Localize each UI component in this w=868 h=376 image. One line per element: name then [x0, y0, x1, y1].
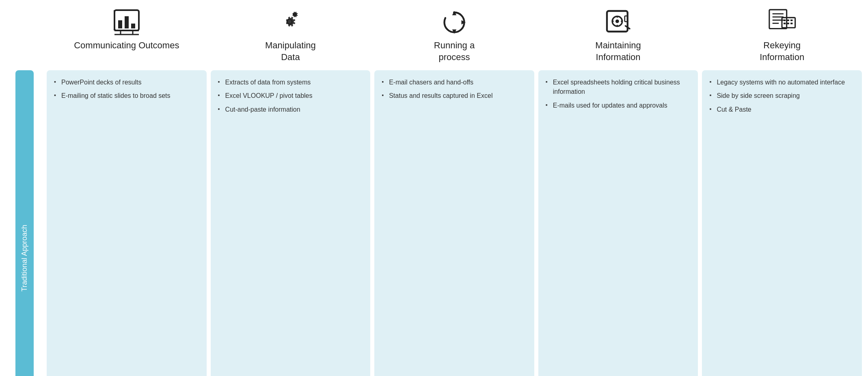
traditional-maintaining: Excel spreadsheets holding critical busi…: [538, 70, 698, 376]
list-item: E-mail chasers and hand-offs: [382, 78, 527, 87]
svg-rect-32: [790, 19, 792, 21]
list-item: Status and results captured in Excel: [382, 91, 527, 100]
traditional-maintaining-list: Excel spreadsheets holding critical busi…: [546, 78, 691, 110]
svg-rect-30: [784, 19, 786, 21]
header-col-manipulating: ManipulatingData: [209, 4, 373, 67]
header-title-rekeying: RekeyingInformation: [760, 40, 804, 63]
svg-point-11: [444, 13, 464, 32]
main-container: Communicating Outcomes Manip: [4, 4, 864, 376]
svg-rect-34: [787, 23, 789, 24]
keyboard-icon: [768, 8, 796, 37]
svg-rect-35: [790, 23, 792, 24]
list-item: Extracts of data from systems: [218, 78, 363, 87]
list-item: E-mailing of static slides to broad sets: [54, 91, 199, 100]
header-title-communicating: Communicating Outcomes: [74, 40, 179, 52]
traditional-rekeying-list: Legacy systems with no automated interfa…: [709, 78, 855, 114]
list-item: Excel spreadsheets holding critical busi…: [546, 78, 691, 96]
list-item: Cut-and-paste information: [218, 105, 363, 114]
list-item: Side by side screen scraping: [709, 91, 855, 100]
list-item: Cut & Paste: [709, 105, 855, 114]
header-col-running: Running aprocess: [372, 4, 536, 67]
traditional-manipulating: Extracts of data from systems Excel VLOO…: [211, 70, 371, 376]
svg-point-17: [615, 19, 619, 23]
svg-rect-31: [787, 19, 789, 21]
traditional-manipulating-list: Extracts of data from systems Excel VLOO…: [218, 78, 363, 114]
chart-icon: [112, 8, 141, 37]
list-item: Legacy systems with no automated interfa…: [709, 78, 855, 87]
list-item: E-mails used for updates and approvals: [546, 101, 691, 110]
traditional-communicating: PowerPoint decks of results E-mailing of…: [47, 70, 207, 376]
safe-icon: [604, 8, 633, 37]
svg-rect-4: [125, 16, 129, 28]
header-title-running: Running aprocess: [434, 40, 475, 63]
traditional-label-container: Traditional Approach: [4, 70, 45, 376]
header-title-manipulating: ManipulatingData: [265, 40, 316, 63]
gear-icon: [276, 8, 304, 37]
traditional-row: Traditional Approach PowerPoint decks of…: [4, 70, 864, 376]
svg-rect-33: [784, 23, 786, 24]
svg-rect-5: [131, 24, 135, 28]
svg-rect-23: [624, 16, 627, 22]
svg-rect-3: [118, 20, 122, 28]
header-row: Communicating Outcomes Manip: [4, 4, 864, 67]
traditional-communicating-list: PowerPoint decks of results E-mailing of…: [54, 78, 199, 100]
traditional-running-list: E-mail chasers and hand-offs Status and …: [382, 78, 527, 100]
list-item: Excel VLOOKUP / pivot tables: [218, 91, 363, 100]
header-title-maintaining: MaintainingInformation: [595, 40, 641, 63]
traditional-running: E-mail chasers and hand-offs Status and …: [374, 70, 534, 376]
traditional-rekeying: Legacy systems with no automated interfa…: [702, 70, 862, 376]
process-icon: [440, 8, 469, 37]
header-col-maintaining: MaintainingInformation: [536, 4, 700, 67]
list-item: PowerPoint decks of results: [54, 78, 199, 87]
header-col-rekeying: RekeyingInformation: [700, 4, 864, 67]
header-col-communicating: Communicating Outcomes: [45, 4, 209, 56]
svg-rect-24: [769, 10, 787, 29]
traditional-label: Traditional Approach: [15, 70, 34, 376]
